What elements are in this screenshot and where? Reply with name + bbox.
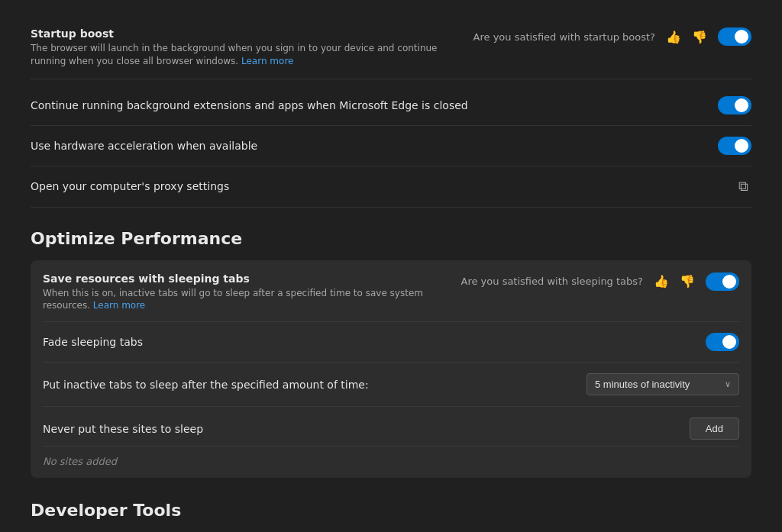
startup-satisfaction-text: Are you satisfied with startup boost? bbox=[473, 31, 655, 43]
sleeping-tabs-header-row: Save resources with sleeping tabs When t… bbox=[43, 260, 739, 323]
fade-sleeping-tabs-row: Fade sleeping tabs bbox=[43, 322, 739, 363]
proxy-settings-label: Open your computer's proxy settings bbox=[31, 180, 735, 192]
startup-boost-title: Startup boost bbox=[31, 27, 473, 40]
fade-sleeping-tabs-toggle[interactable] bbox=[706, 333, 739, 351]
startup-learn-more-link[interactable]: Learn more bbox=[241, 56, 293, 66]
startup-boost-toggle[interactable] bbox=[718, 27, 751, 46]
startup-thumbs-up-button[interactable]: 👍 bbox=[663, 28, 684, 46]
sleeping-tabs-thumbs-down-button[interactable]: 👎 bbox=[677, 272, 698, 290]
hardware-acceleration-row: Use hardware acceleration when available bbox=[31, 126, 751, 166]
inactive-tabs-label: Put inactive tabs to sleep after the spe… bbox=[43, 379, 369, 391]
sleeping-tabs-description: When this is on, inactive tabs will go t… bbox=[43, 287, 461, 313]
background-extensions-toggle[interactable] bbox=[718, 96, 751, 114]
hardware-acceleration-toggle[interactable] bbox=[718, 137, 751, 155]
proxy-settings-row: Open your computer's proxy settings ⧉ bbox=[31, 166, 751, 208]
no-sites-text: No sites added bbox=[43, 456, 117, 467]
no-sites-area: No sites added bbox=[43, 447, 739, 478]
fade-sleeping-tabs-label: Fade sleeping tabs bbox=[43, 336, 143, 348]
inactive-tabs-row: Put inactive tabs to sleep after the spe… bbox=[43, 363, 739, 407]
thumbs-up-icon: 👍 bbox=[666, 30, 681, 44]
sleeping-tabs-title: Save resources with sleeping tabs bbox=[43, 272, 461, 285]
never-sleep-label: Never put these sites to sleep bbox=[43, 423, 203, 435]
sleeping-tabs-learn-more-link[interactable]: Learn more bbox=[93, 300, 145, 311]
hardware-acceleration-label: Use hardware acceleration when available bbox=[31, 140, 718, 152]
inactivity-dropdown[interactable]: 5 minutes of inactivity ∨ bbox=[586, 373, 739, 395]
never-sleep-row: Never put these sites to sleep Add bbox=[43, 407, 739, 447]
background-extensions-label: Continue running background extensions a… bbox=[31, 99, 718, 111]
startup-thumbs-down-button[interactable]: 👎 bbox=[689, 28, 710, 46]
external-link-icon: ⧉ bbox=[738, 179, 748, 195]
optimize-performance-card: Save resources with sleeping tabs When t… bbox=[31, 260, 751, 479]
thumbs-up-icon: 👍 bbox=[654, 274, 669, 289]
inactivity-dropdown-value: 5 minutes of inactivity bbox=[595, 379, 690, 390]
sleeping-tabs-toggle[interactable] bbox=[706, 272, 739, 291]
thumbs-down-icon: 👎 bbox=[680, 274, 695, 289]
chevron-down-icon: ∨ bbox=[725, 379, 731, 389]
developer-tools-heading: Developer Tools bbox=[31, 501, 751, 520]
thumbs-down-icon: 👎 bbox=[692, 30, 707, 44]
optimize-performance-heading: Optimize Performance bbox=[31, 229, 751, 248]
proxy-external-link-button[interactable]: ⧉ bbox=[735, 177, 751, 196]
sleeping-tabs-thumbs-up-button[interactable]: 👍 bbox=[651, 272, 672, 290]
startup-boost-description: The browser will launch in the backgroun… bbox=[31, 42, 458, 68]
sleeping-tabs-satisfaction-text: Are you satisfied with sleeping tabs? bbox=[461, 276, 643, 287]
background-extensions-row: Continue running background extensions a… bbox=[31, 85, 751, 126]
add-site-button[interactable]: Add bbox=[690, 418, 739, 440]
